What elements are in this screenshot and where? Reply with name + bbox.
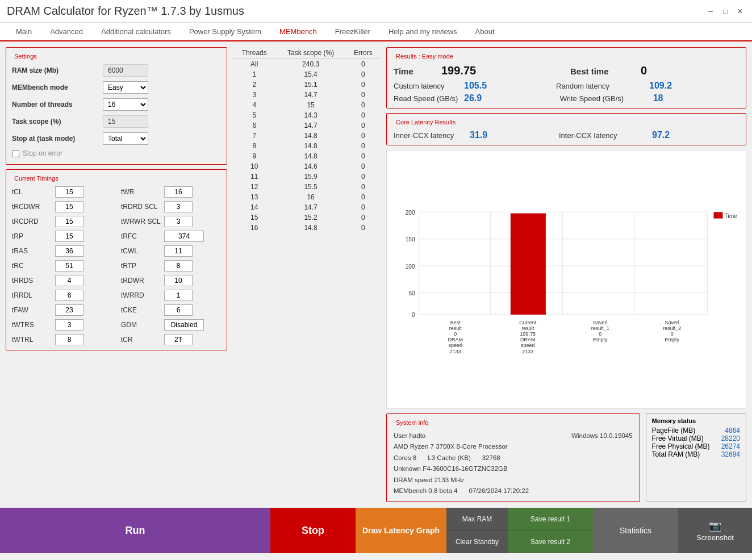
stop-button[interactable]: Stop — [270, 508, 356, 553]
timing-twtrl: tWTRL8 — [12, 334, 112, 345]
num-threads-row: Number of threads 16 8 4 — [12, 98, 221, 111]
thread-errors: 0 — [346, 131, 381, 141]
thread-errors: 0 — [346, 161, 381, 172]
svg-text:50: 50 — [408, 290, 415, 296]
screenshot-button[interactable]: 📷 Screenshot — [678, 508, 752, 553]
nav-advanced[interactable]: Advanced — [41, 23, 92, 41]
membench-mode-label: MEMbench mode — [12, 83, 103, 91]
thread-id: 6 — [233, 120, 275, 131]
timing-trdrd: tRDRD SCL3 — [121, 201, 221, 212]
svg-text:0: 0 — [671, 331, 674, 337]
thread-scope: 14.6 — [275, 161, 345, 172]
max-ram-button[interactable]: Max RAM — [446, 508, 508, 531]
nav-additional[interactable]: Additional calculators — [92, 23, 180, 41]
settings-panel: Settings RAM size (Mb) 6000 MEMbench mod… — [6, 47, 227, 502]
svg-text:result_1: result_1 — [591, 325, 609, 331]
table-row: 314.70 — [233, 90, 381, 100]
stop-at-label: Stop at (task mode) — [12, 135, 103, 143]
core-latency-section: Core Latency Results Inner-CCX latency 3… — [386, 113, 746, 145]
table-row: 115.40 — [233, 69, 381, 80]
random-latency-label: Random latency — [556, 82, 647, 90]
nav-help[interactable]: Help and my reviews — [379, 23, 466, 41]
svg-text:100: 100 — [406, 264, 415, 270]
table-row: 914.80 — [233, 151, 381, 161]
nav-main[interactable]: Main — [7, 23, 41, 41]
results-section: Results : Easy mode Time 199.75 Best tim… — [386, 47, 746, 108]
os-value: Windows 10.0.19045 — [571, 431, 632, 442]
nav-bar: Main Advanced Additional calculators Pow… — [0, 23, 752, 41]
best-time-label: Best time — [570, 66, 638, 76]
thread-scope: 15.9 — [275, 172, 345, 182]
svg-text:0: 0 — [412, 312, 415, 318]
table-row: 1014.60 — [233, 161, 381, 172]
col-threads: Threads — [233, 47, 275, 59]
timings-title: Current Timings — [12, 175, 61, 182]
timing-trc: tRC51 — [12, 260, 112, 271]
thread-errors: 0 — [346, 223, 381, 233]
thread-id: 12 — [233, 182, 275, 192]
nav-membench[interactable]: MEMbench — [270, 23, 326, 41]
results-panel: Results : Easy mode Time 199.75 Best tim… — [386, 47, 746, 502]
write-speed-value: 18 — [653, 93, 739, 103]
minimize-button[interactable]: ─ — [705, 6, 716, 16]
maximize-button[interactable]: □ — [720, 6, 730, 16]
save-result-1-button[interactable]: Save result 1 — [508, 508, 593, 531]
stop-at-select[interactable]: Total Each — [103, 132, 148, 145]
thread-scope: 240.3 — [275, 59, 345, 70]
mem-status-row: Free Virtual (MB)28220 — [652, 434, 740, 442]
thread-errors: 0 — [346, 182, 381, 192]
system-info-title: System info — [394, 419, 431, 426]
draw-latency-button[interactable]: Draw Latency Graph — [356, 508, 446, 553]
table-row: 1215.50 — [233, 182, 381, 192]
cpu-value: AMD Ryzen 7 3700X 8-Core Processor — [394, 441, 633, 453]
clear-standby-button[interactable]: Clear Standby — [446, 531, 508, 554]
num-threads-select[interactable]: 16 8 4 — [103, 98, 148, 111]
mem-status-row: PageFile (MB)4864 — [652, 427, 740, 434]
num-threads-label: Number of threads — [12, 101, 103, 108]
thread-scope: 14.8 — [275, 223, 345, 233]
stop-on-error-label: Stop on error — [23, 149, 62, 157]
time-value: 199.75 — [441, 64, 568, 77]
col-errors: Errors — [346, 47, 381, 59]
best-time-value: 0 — [641, 64, 739, 77]
thread-id: 2 — [233, 80, 275, 90]
stop-on-error-checkbox[interactable] — [12, 150, 19, 157]
timing-trcdwr: tRCDWR15 — [12, 201, 112, 212]
nav-freezkiller[interactable]: FreezKiller — [326, 23, 379, 41]
membench-mode-row: MEMbench mode Easy Hard — [12, 81, 221, 94]
svg-text:2133: 2133 — [522, 349, 533, 354]
timing-trtp: tRTP8 — [121, 260, 221, 271]
draw-line2: Latency Graph — [384, 525, 440, 536]
svg-text:result: result — [521, 325, 534, 331]
timing-trrdul: tRRDL6 — [12, 290, 112, 301]
svg-rect-16 — [511, 214, 546, 315]
close-button[interactable]: ✕ — [735, 6, 745, 16]
settings-section: Settings RAM size (Mb) 6000 MEMbench mod… — [6, 47, 227, 165]
timing-trp: tRP15 — [12, 231, 112, 242]
mem-label: Free Virtual (MB) — [652, 434, 704, 442]
thread-id: 1 — [233, 69, 275, 80]
thread-scope: 14.3 — [275, 110, 345, 120]
thread-scope: 14.7 — [275, 120, 345, 131]
timing-tfaw: tFAW23 — [12, 304, 112, 316]
cores-label: Cores 8 — [394, 453, 416, 464]
inter-ccx-label: Inter-CCX latency — [559, 131, 650, 140]
svg-text:Saved: Saved — [593, 320, 608, 325]
thread-scope: 15 — [275, 100, 345, 110]
window-controls: ─ □ ✕ — [705, 6, 745, 16]
timing-twrwr: tWRWR SCL3 — [121, 216, 221, 227]
membench-mode-select[interactable]: Easy Hard — [103, 81, 148, 94]
save-result-2-button[interactable]: Save result 2 — [508, 531, 593, 554]
thread-errors: 0 — [346, 100, 381, 110]
thread-id: 13 — [233, 192, 275, 202]
statistics-button[interactable]: Statistics — [593, 508, 678, 553]
run-button[interactable]: Run — [0, 508, 270, 553]
col-scope: Task scope (%) — [275, 47, 345, 59]
nav-power[interactable]: Power Supply System — [180, 23, 270, 41]
thread-errors: 0 — [346, 90, 381, 100]
nav-about[interactable]: About — [466, 23, 504, 41]
timing-trcdrd: tRCDRD15 — [12, 216, 112, 227]
screenshot-label: Screenshot — [696, 533, 734, 542]
custom-latency-value: 105.5 — [464, 81, 554, 91]
core-latency-title: Core Latency Results — [394, 119, 458, 126]
